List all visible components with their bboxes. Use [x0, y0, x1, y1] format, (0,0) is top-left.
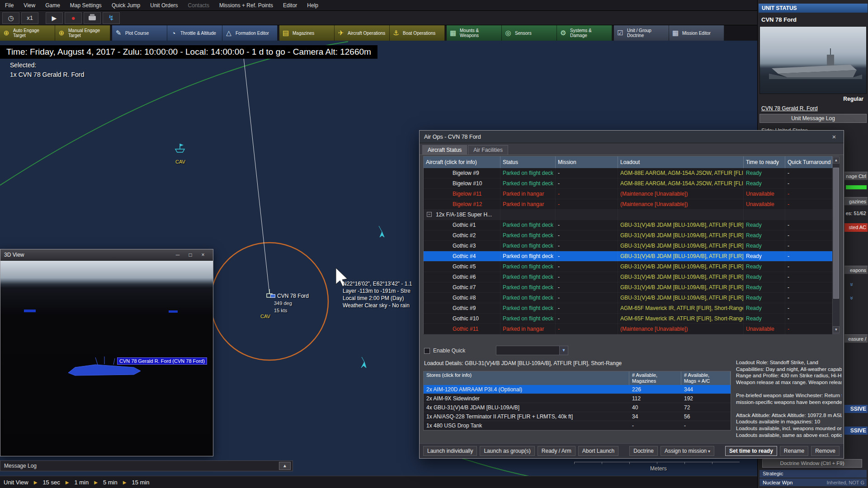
- store-row[interactable]: 1x 480 USG Drop Tank--: [424, 421, 731, 430]
- aircraft-row[interactable]: Bigelow #11Parked in hangar-(Maintenance…: [424, 189, 832, 199]
- menu-game[interactable]: Game: [40, 0, 65, 11]
- time-step-1-min[interactable]: 1 min: [74, 479, 89, 486]
- store-row[interactable]: 1x AN/ASQ-228 Terminator II ATFLIR [FLIR…: [424, 412, 731, 421]
- scroll-down-icon[interactable]: ▼: [833, 326, 840, 333]
- aircraft-row[interactable]: Gothic #11Parked in hangar-(Maintenance …: [424, 324, 832, 334]
- emcon-passive-button-partial-2[interactable]: SSIVE: [844, 427, 868, 435]
- tab-air-facilities[interactable]: Air Facilities: [468, 145, 508, 155]
- aircraft-row[interactable]: Gothic #3Parked on flight deck-GBU-31(V)…: [424, 241, 832, 251]
- close-button[interactable]: ×: [197, 252, 209, 258]
- hosted-aircraft-button-partial[interactable]: sted AC: [844, 223, 868, 232]
- 3d-view-titlebar[interactable]: 3D View ─ □ ×: [0, 249, 213, 261]
- menu-file[interactable]: File: [0, 0, 19, 11]
- ribbon-formation-editor-button[interactable]: △Formation Editor: [222, 25, 278, 41]
- 3d-scene[interactable]: CVN 78 Gerald R. Ford (CVN 78 Ford): [0, 261, 213, 456]
- aircraft-table-scrollbar[interactable]: ▲ ▼: [832, 156, 840, 333]
- expand-chevron-icon[interactable]: »: [849, 296, 855, 300]
- time-step-unit-view[interactable]: Unit View: [4, 479, 28, 486]
- aircraft-row[interactable]: Gothic #8Parked on flight deck-GBU-31(V)…: [424, 293, 832, 303]
- enable-quick-checkbox[interactable]: [424, 348, 430, 354]
- air-ops-titlebar[interactable]: Air Ops - CVN 78 Ford ×: [420, 131, 844, 143]
- column-header-time-to-ready[interactable]: Time to ready: [744, 156, 785, 168]
- scrollbar-thumb[interactable]: [833, 168, 839, 299]
- unit-database-link[interactable]: CVN 78 Gerald R. Ford: [761, 105, 818, 112]
- store-row[interactable]: 2x AIM-120D AMRAAM P3I.4 (Optional)22634…: [424, 385, 731, 394]
- game-clock-button[interactable]: ◷: [2, 12, 19, 24]
- time-step-15-min[interactable]: 15 min: [132, 479, 149, 486]
- launch-as-group-s-button[interactable]: Launch as group(s): [480, 446, 534, 456]
- expand-message-log-button[interactable]: ▲: [279, 462, 291, 470]
- aircraft-row[interactable]: Gothic #9Parked on flight deck-AGM-65F M…: [424, 303, 832, 314]
- ribbon-mission-editor-button[interactable]: ▦Mission Editor: [669, 25, 724, 41]
- quick-action-button[interactable]: ↯: [103, 12, 120, 24]
- column-header-status[interactable]: Status: [500, 156, 556, 168]
- nuclear-weapon-row[interactable]: Nuclear Wpn Inherited, NOT G: [760, 479, 867, 486]
- ribbon-sensors-button[interactable]: ◎Sensors: [502, 25, 557, 41]
- store-row[interactable]: 2x AIM-9X Sidewinder112192: [424, 394, 731, 403]
- column-header-quick-turnaround[interactable]: Quick Turnaround: [785, 156, 832, 168]
- run-pause-button[interactable]: ▶: [46, 12, 63, 24]
- scroll-up-icon[interactable]: ▲: [833, 157, 840, 164]
- ribbon-unit-group-doctrine-button[interactable]: ☑Unit / Group Doctrine: [614, 25, 669, 41]
- time-step-15-sec[interactable]: 15 sec: [42, 479, 60, 486]
- launch-individually-button[interactable]: Launch individually: [423, 446, 477, 456]
- aircraft-row[interactable]: Bigelow #12Parked in hangar-(Maintenance…: [424, 199, 832, 210]
- close-icon[interactable]: ×: [829, 133, 839, 141]
- countermeasure-button-partial[interactable]: easure /: [844, 334, 868, 343]
- ready-arm-button[interactable]: Ready / Arm: [538, 446, 576, 456]
- weapons-button-partial[interactable]: eapons: [844, 266, 868, 274]
- ribbon-mounts-weapons-button[interactable]: ▦Mounts & Weapons: [447, 25, 502, 41]
- menu-missions-ref-points[interactable]: Missions + Ref. Points: [214, 0, 278, 11]
- menu-unit-orders[interactable]: Unit Orders: [145, 0, 183, 11]
- remove-button[interactable]: Remove: [811, 446, 840, 456]
- menu-map-settings[interactable]: Map Settings: [65, 0, 107, 11]
- ownship-map-label[interactable]: CVN 78 Ford: [270, 293, 309, 299]
- set-time-to-ready-button[interactable]: Set time to ready: [725, 446, 777, 456]
- ribbon-boat-operations-button[interactable]: ⚓Boat Operations: [390, 25, 445, 41]
- aircraft-row[interactable]: Gothic #7Parked on flight deck-GBU-31(V)…: [424, 282, 832, 293]
- chevron-down-icon[interactable]: ▼: [559, 346, 568, 355]
- column-header-aircraft-click-for-info[interactable]: Aircraft (click for info): [424, 156, 500, 168]
- screenshot-button[interactable]: [84, 12, 101, 24]
- record-button[interactable]: ●: [65, 12, 82, 24]
- aircraft-row[interactable]: Gothic #1Parked on flight deck-GBU-31(V)…: [424, 220, 832, 230]
- aircraft-row[interactable]: Gothic #5Parked on flight deck-GBU-31(V)…: [424, 262, 832, 272]
- expand-chevron-icon[interactable]: »: [849, 283, 855, 286]
- time-compression-button[interactable]: x1: [21, 12, 38, 24]
- contact-symbol-cav[interactable]: [175, 144, 184, 152]
- aircraft-row[interactable]: Bigelow #9Parked on flight deck-AGM-88E …: [424, 168, 832, 178]
- store-row[interactable]: 4x GBU-31(V)4/B JDAM [BLU-109A/B]4072: [424, 403, 731, 412]
- aircraft-row[interactable]: Bigelow #10Parked on flight deck-AGM-88E…: [424, 178, 832, 189]
- aircraft-row[interactable]: Gothic #4Parked on flight deck-GBU-31(V)…: [424, 251, 832, 262]
- ribbon-throttle-altitude-button[interactable]: ◔Throttle & Altitude: [167, 25, 222, 41]
- ribbon-aircraft-operations-button[interactable]: ✈Aircraft Operations: [335, 25, 390, 41]
- strategic-row[interactable]: Strategic: [760, 470, 867, 478]
- ribbon-auto-engage-target-button[interactable]: ⊕Auto Engage Target: [0, 25, 55, 41]
- menu-help[interactable]: Help: [302, 0, 323, 11]
- aircraft-group-row[interactable]: −12x F/A-18E Super H...: [424, 210, 832, 220]
- aircraft-symbol-2[interactable]: [361, 357, 366, 368]
- menu-quick-jump[interactable]: Quick Jump: [107, 0, 145, 11]
- 3d-ship-label[interactable]: CVN 78 Gerald R. Ford (CVN 78 Ford): [117, 357, 207, 365]
- abort-launch-button[interactable]: Abort Launch: [578, 446, 618, 456]
- aircraft-symbol-1[interactable]: [379, 226, 384, 237]
- maximize-button[interactable]: □: [184, 252, 197, 258]
- magazines-button-partial[interactable]: gazines: [844, 197, 868, 206]
- menu-contacts[interactable]: Contacts: [183, 0, 214, 11]
- store-column-header[interactable]: # Available, Mags + A/C: [681, 371, 731, 385]
- air-ops-window[interactable]: Air Ops - CVN 78 Ford × Aircraft StatusA…: [419, 130, 844, 459]
- aircraft-row[interactable]: Gothic #6Parked on flight deck-GBU-31(V)…: [424, 272, 832, 282]
- 3d-view-window[interactable]: 3D View ─ □ × CVN 78 Gerald R. Ford (CVN…: [0, 249, 213, 456]
- ribbon-magazines-button[interactable]: ▤Magazines: [279, 25, 335, 41]
- column-header-loadout[interactable]: Loadout: [618, 156, 744, 168]
- aircraft-row[interactable]: Gothic #10Parked on flight deck-AGM-65F …: [424, 314, 832, 324]
- quick-turnaround-dropdown[interactable]: ▼: [496, 346, 568, 355]
- message-log-bar[interactable]: Message Log ▲: [0, 460, 293, 471]
- doctrine-button[interactable]: Doctrine: [629, 446, 658, 456]
- ribbon-manual-engage-target-button[interactable]: ⊕Manual Engage Target: [55, 25, 110, 41]
- ribbon-systems-damage-button[interactable]: ⚙Systems & Damage: [557, 25, 612, 41]
- unit-message-log-button[interactable]: Unit Message Log: [760, 114, 867, 123]
- minimize-button[interactable]: ─: [171, 252, 184, 258]
- doctrine-window-button[interactable]: Doctrine Window (Ctrl + F9): [762, 459, 862, 468]
- menu-view[interactable]: View: [19, 0, 40, 11]
